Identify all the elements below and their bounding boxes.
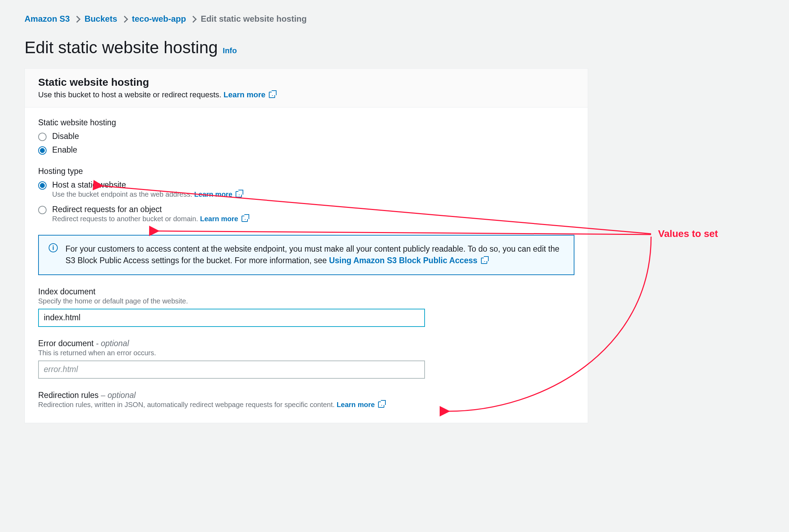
breadcrumb-bucket-name[interactable]: teco-web-app — [132, 14, 186, 24]
external-link-icon — [378, 401, 384, 408]
learn-more-link[interactable]: Learn more — [200, 215, 248, 223]
radio-icon — [38, 181, 47, 190]
panel-header: Static website hosting Use this bucket t… — [25, 69, 588, 107]
external-link-icon — [269, 92, 275, 98]
breadcrumb-s3[interactable]: Amazon S3 — [25, 14, 70, 24]
learn-more-link[interactable]: Learn more — [223, 90, 275, 99]
hosting-type-group: Hosting type Host a static website Use t… — [38, 167, 574, 223]
radio-redirect[interactable]: Redirect requests for an object Redirect… — [38, 205, 574, 223]
breadcrumb-current: Edit static website hosting — [201, 14, 307, 24]
radio-label: Redirect requests for an object — [52, 205, 248, 214]
chevron-right-icon — [190, 16, 197, 23]
breadcrumb-buckets[interactable]: Buckets — [84, 14, 117, 24]
radio-icon — [38, 146, 47, 155]
chevron-right-icon — [121, 16, 128, 23]
public-access-info: i For your customers to access content a… — [38, 235, 574, 275]
radio-desc: Redirect requests to another bucket or d… — [52, 215, 248, 223]
error-document-input[interactable] — [38, 360, 425, 379]
field-desc: This is returned when an error occurs. — [38, 349, 574, 357]
external-link-icon — [236, 191, 242, 197]
index-document-group: Index document Specify the home or defau… — [38, 287, 574, 327]
radio-enable[interactable]: Enable — [38, 145, 574, 155]
hosting-toggle-group: Static website hosting Disable Enable — [38, 118, 574, 155]
radio-disable[interactable]: Disable — [38, 132, 574, 141]
block-public-access-link[interactable]: Using Amazon S3 Block Public Access — [329, 256, 487, 265]
page-title: Edit static website hosting — [25, 38, 218, 57]
field-desc: Redirection rules, written in JSON, auto… — [38, 401, 574, 409]
external-link-icon — [481, 258, 487, 264]
info-icon: i — [49, 243, 58, 252]
settings-panel: Static website hosting Use this bucket t… — [25, 68, 588, 423]
field-label: Error document - optional — [38, 339, 574, 348]
group-label: Static website hosting — [38, 118, 574, 127]
learn-more-link[interactable]: Learn more — [194, 190, 242, 198]
radio-icon — [38, 206, 47, 214]
field-label: Redirection rules – optional — [38, 391, 574, 400]
error-document-group: Error document - optional This is return… — [38, 339, 574, 379]
field-desc: Specify the home or default page of the … — [38, 297, 574, 305]
breadcrumb: Amazon S3 Buckets teco-web-app Edit stat… — [25, 14, 764, 24]
field-label: Index document — [38, 287, 574, 296]
radio-host-static[interactable]: Host a static website Use the bucket end… — [38, 180, 574, 198]
radio-label: Enable — [52, 145, 77, 155]
radio-label: Host a static website — [52, 180, 242, 190]
chevron-right-icon — [74, 16, 81, 23]
radio-icon — [38, 133, 47, 141]
external-link-icon — [242, 216, 248, 222]
panel-header-title: Static website hosting — [38, 76, 574, 88]
index-document-input[interactable] — [38, 309, 425, 327]
annotation-label: Values to set — [658, 228, 718, 239]
radio-desc: Use the bucket endpoint as the web addre… — [52, 190, 242, 198]
info-text: For your customers to access content at … — [65, 243, 564, 267]
learn-more-link[interactable]: Learn more — [337, 401, 385, 408]
group-label: Hosting type — [38, 167, 574, 176]
radio-label: Disable — [52, 132, 79, 141]
redirection-rules-group: Redirection rules – optional Redirection… — [38, 391, 574, 409]
info-link[interactable]: Info — [223, 46, 237, 55]
panel-header-desc: Use this bucket to host a website or red… — [38, 90, 574, 99]
